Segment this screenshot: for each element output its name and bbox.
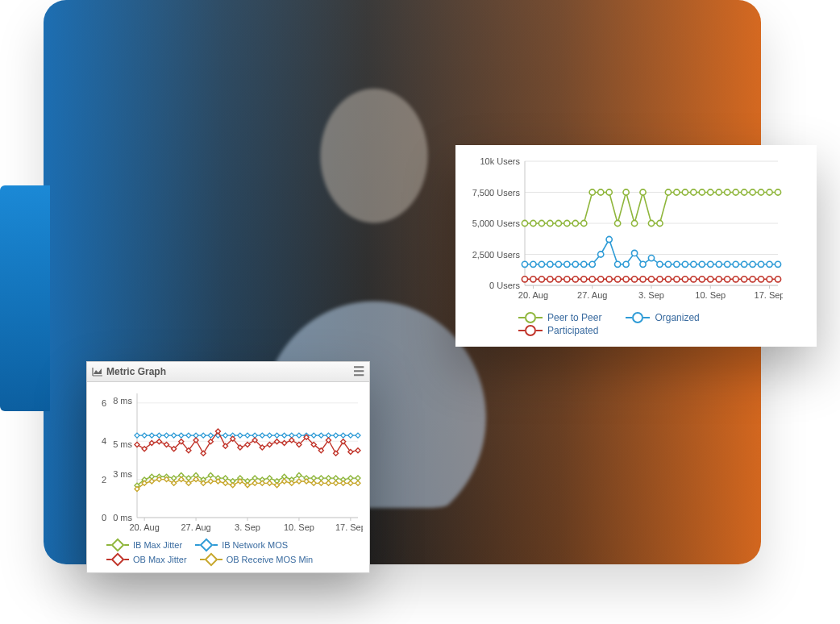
legend-label: OB Max Jitter [133,555,187,564]
svg-point-93 [598,277,604,282]
svg-point-30 [589,189,595,195]
legend-item-ob-jitter[interactable]: OB Max Jitter [106,555,187,564]
svg-point-83 [775,261,780,267]
svg-point-58 [564,261,570,267]
svg-text:20. Aug: 20. Aug [129,522,159,532]
legend-label: IB Network MOS [222,540,288,550]
composite-stage: 0 Users2,500 Users5,000 Users7,500 Users… [0,0,840,624]
svg-point-103 [682,277,688,282]
svg-point-46 [725,189,730,195]
svg-point-44 [708,189,713,195]
area-chart-icon [92,367,103,376]
svg-point-91 [581,277,587,282]
svg-point-92 [589,277,595,282]
svg-point-55 [539,261,544,267]
svg-point-24 [539,220,544,226]
svg-point-23 [530,220,536,226]
svg-text:3. Sep: 3. Sep [638,290,664,300]
svg-point-95 [615,277,621,282]
svg-point-59 [572,261,578,267]
svg-text:0 Users: 0 Users [489,281,520,290]
users-chart: 0 Users2,500 Users5,000 Users7,500 Users… [467,156,805,306]
svg-text:2,500 Users: 2,500 Users [472,250,521,260]
svg-text:27. Aug: 27. Aug [181,522,210,532]
svg-text:10k Users: 10k Users [480,156,520,166]
svg-point-106 [708,277,713,282]
svg-point-67 [640,261,646,267]
svg-point-112 [758,277,763,282]
legend-item-organized[interactable]: Organized [626,311,699,324]
svg-point-34 [623,189,629,195]
svg-point-77 [725,261,730,267]
svg-point-63 [606,236,612,242]
svg-point-39 [665,189,671,195]
svg-point-48 [742,189,747,195]
svg-text:3 ms: 3 ms [113,469,132,479]
svg-point-111 [750,277,755,282]
svg-point-74 [699,261,705,267]
svg-point-29 [581,220,587,226]
legend-item-participated[interactable]: Participated [518,324,598,337]
background-accent-bar [0,185,50,411]
svg-point-82 [767,261,772,267]
panel-menu-icon[interactable]: ☰ [353,365,364,378]
svg-text:4: 4 [102,436,106,446]
svg-point-98 [640,277,646,282]
svg-text:17. Sep: 17. Sep [335,522,363,532]
svg-text:3. Sep: 3. Sep [235,522,260,532]
svg-point-81 [758,261,763,267]
svg-point-79 [742,261,747,267]
svg-point-65 [623,261,629,267]
svg-point-76 [716,261,721,267]
legend-label: IB Max Jitter [133,540,182,550]
svg-point-60 [581,261,587,267]
svg-text:2: 2 [102,475,106,485]
svg-point-38 [657,220,663,226]
svg-text:0 ms: 0 ms [113,513,132,522]
svg-point-45 [716,189,721,195]
svg-point-75 [708,261,713,267]
svg-text:6: 6 [102,398,106,408]
svg-point-104 [691,277,697,282]
svg-point-107 [716,277,721,282]
legend-item-peer[interactable]: Peer to Peer [518,311,601,324]
svg-point-99 [648,277,654,282]
svg-point-102 [674,277,680,282]
svg-point-109 [733,277,738,282]
svg-point-110 [742,277,747,282]
svg-point-33 [615,220,621,226]
svg-point-90 [572,277,578,282]
svg-point-73 [691,261,697,267]
legend-label: Peer to Peer [547,312,601,323]
legend-label: Participated [547,325,598,336]
svg-point-85 [530,277,536,282]
svg-point-32 [606,189,612,195]
svg-point-87 [547,277,553,282]
svg-text:10. Sep: 10. Sep [284,522,314,532]
svg-point-101 [665,277,671,282]
svg-point-50 [758,189,763,195]
svg-point-22 [522,220,527,226]
svg-point-94 [606,277,612,282]
legend-item-ob-mos-min[interactable]: OB Receive MOS Min [200,555,314,564]
svg-point-96 [623,277,629,282]
svg-point-78 [733,261,738,267]
svg-text:20. Aug: 20. Aug [518,290,548,300]
metric-graph-panel: Metric Graph ☰ 02460 ms3 ms5 ms8 ms20. A… [86,361,370,573]
svg-point-89 [564,277,570,282]
legend-item-ib-jitter[interactable]: IB Max Jitter [106,540,182,550]
svg-point-54 [530,261,536,267]
panel-title: Metric Graph [106,366,166,377]
svg-point-113 [767,277,772,282]
svg-text:5 ms: 5 ms [113,439,132,449]
svg-point-52 [775,189,780,195]
svg-point-47 [733,189,738,195]
svg-text:17. Sep: 17. Sep [755,290,783,300]
svg-point-49 [750,189,755,195]
svg-point-88 [555,277,561,282]
svg-point-72 [682,261,688,267]
svg-point-28 [572,220,578,226]
svg-point-53 [522,261,527,267]
legend-item-ib-mos[interactable]: IB Network MOS [195,540,288,550]
legend-label: OB Receive MOS Min [227,555,314,564]
